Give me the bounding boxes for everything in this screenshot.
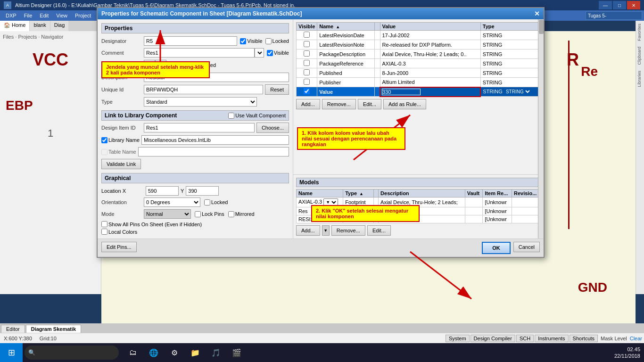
row-visible-2[interactable] bbox=[304, 41, 310, 47]
taskbar-icon-3[interactable]: ⚙ bbox=[166, 344, 183, 361]
right-toolbar: Tugas 5- bbox=[586, 11, 642, 20]
model-itemref-1: [Unknowr bbox=[483, 197, 512, 207]
right-tab-libraries[interactable]: Libraries bbox=[636, 68, 643, 90]
scrollbar-thumb[interactable] bbox=[539, 20, 544, 34]
models-edit-btn[interactable]: Edit... bbox=[367, 225, 391, 236]
comment-input[interactable] bbox=[144, 48, 255, 58]
menu-edit[interactable]: Edit bbox=[36, 12, 52, 19]
model-name-1: AXIAL-0.3 ▼ bbox=[297, 197, 343, 207]
row-visible-1[interactable] bbox=[304, 32, 310, 38]
params-add-btn[interactable]: Add... bbox=[296, 99, 320, 109]
tab-editor[interactable]: Editor bbox=[1, 325, 25, 333]
taskbar-icon-6[interactable]: 🎬 bbox=[228, 344, 245, 361]
row-name-4: PackageReference bbox=[317, 59, 374, 68]
model-type-dropdown-1[interactable]: ▼ bbox=[323, 198, 338, 206]
menu-view[interactable]: View bbox=[52, 12, 71, 19]
row-sort-4 bbox=[374, 59, 380, 68]
ok-button[interactable]: OK bbox=[482, 242, 511, 254]
graphical-locked-checkbox[interactable] bbox=[204, 199, 210, 206]
row-value-4: AXIAL-0.3 bbox=[380, 59, 480, 68]
reset-button[interactable]: Reset bbox=[265, 84, 289, 95]
taskbar-icon-5[interactable]: 🎵 bbox=[207, 344, 224, 361]
footer-spacer bbox=[140, 242, 479, 254]
models-remove-btn[interactable]: Remove... bbox=[331, 225, 365, 236]
status-shortcuts-btn[interactable]: Shortcuts bbox=[570, 335, 598, 342]
comment-row: Comment Visible bbox=[101, 48, 289, 58]
library-name-input[interactable] bbox=[141, 135, 289, 145]
type-select[interactable]: Standard bbox=[144, 97, 257, 107]
mirrored-label: Mirrored bbox=[228, 211, 255, 217]
taskbar-icon-1[interactable]: 🗂 bbox=[124, 344, 141, 361]
mirrored-checkbox[interactable] bbox=[228, 211, 234, 217]
taskbar-search[interactable]: 🔍 bbox=[25, 346, 119, 360]
design-item-input[interactable] bbox=[144, 123, 255, 132]
status-instruments-btn[interactable]: Instruments bbox=[535, 335, 568, 342]
table-name-input[interactable] bbox=[138, 147, 289, 156]
comment-visible-checkbox[interactable] bbox=[267, 50, 273, 56]
locked-checkbox[interactable] bbox=[265, 38, 272, 44]
next-part-btn[interactable]: >> bbox=[155, 60, 166, 70]
maximize-button[interactable]: □ bbox=[613, 1, 626, 9]
row-sort-3 bbox=[374, 49, 380, 59]
taskbar-icon-2[interactable]: 🌐 bbox=[145, 344, 162, 361]
row-visible-7[interactable] bbox=[304, 88, 310, 94]
location-x-input[interactable] bbox=[146, 186, 179, 196]
lock-pins-checkbox[interactable] bbox=[195, 211, 201, 217]
cancel-button[interactable]: Cancel bbox=[513, 242, 540, 252]
taskbar-icons: 🗂 🌐 ⚙ 📁 🎵 🎬 bbox=[124, 344, 245, 361]
location-y-input[interactable] bbox=[186, 186, 219, 196]
panel-content: Files · Projects · Navigator VCC EBP 1 bbox=[0, 31, 101, 141]
menu-dxp[interactable]: DXP bbox=[2, 12, 20, 19]
status-system-btn[interactable]: System bbox=[446, 335, 470, 342]
comment-dropdown[interactable] bbox=[255, 48, 264, 58]
choose-button[interactable]: Choose... bbox=[256, 123, 289, 133]
col-type: Type bbox=[480, 23, 540, 31]
link-header: Link to Library Component Use Vault Comp… bbox=[101, 110, 289, 121]
visible-checkbox[interactable] bbox=[240, 38, 246, 44]
lib-name-checkbox[interactable] bbox=[101, 137, 107, 143]
orientation-select[interactable]: 0 Degrees bbox=[144, 197, 200, 207]
status-sch-btn[interactable]: SCH bbox=[516, 335, 534, 342]
tab-home[interactable]: 🏠 Home bbox=[0, 21, 30, 31]
models-add-btn[interactable]: Add... bbox=[296, 225, 320, 236]
menu-file[interactable]: File bbox=[20, 12, 36, 19]
right-tab-clipboard[interactable]: Clipboard bbox=[636, 44, 643, 68]
menu-project[interactable]: Project bbox=[71, 12, 95, 19]
models-add-dropdown[interactable]: ▼ bbox=[322, 225, 330, 236]
description-input[interactable] bbox=[144, 73, 289, 82]
local-colors-checkbox[interactable] bbox=[101, 229, 107, 235]
tab-blank[interactable]: blank bbox=[30, 21, 50, 31]
table-row: PackageDescription Axial Device, Thru-Ho… bbox=[297, 49, 541, 59]
tab-diag[interactable]: Diag bbox=[50, 21, 69, 31]
close-button[interactable]: ✕ bbox=[627, 1, 640, 9]
params-edit-btn[interactable]: Edit... bbox=[358, 99, 381, 109]
params-add-rule-btn[interactable]: Add as Rule... bbox=[383, 99, 426, 109]
row-visible-6[interactable] bbox=[304, 79, 310, 85]
mode-select[interactable]: Normal bbox=[144, 209, 191, 219]
show-pins-checkbox[interactable] bbox=[101, 221, 107, 227]
row-visible-5[interactable] bbox=[304, 69, 310, 75]
right-tab-favorites[interactable]: Favorites bbox=[636, 21, 643, 44]
start-button[interactable]: ⊞ bbox=[0, 343, 23, 362]
part-locked-checkbox[interactable] bbox=[192, 62, 198, 68]
params-remove-btn[interactable]: Remove... bbox=[322, 99, 356, 109]
location-x-label: Location X bbox=[101, 188, 144, 194]
prev-part-btn[interactable]: < bbox=[144, 60, 155, 70]
type-dropdown-7[interactable]: STRING bbox=[504, 89, 531, 95]
row-visible-4[interactable] bbox=[304, 60, 310, 66]
value-input[interactable] bbox=[382, 89, 420, 95]
status-design-btn[interactable]: Design Compiler bbox=[471, 335, 515, 342]
scrollbar[interactable] bbox=[538, 19, 544, 239]
taskbar-icon-4[interactable]: 📁 bbox=[187, 344, 204, 361]
status-clear[interactable]: Clear bbox=[630, 336, 642, 341]
edit-pins-button[interactable]: Edit Pins... bbox=[101, 242, 137, 252]
toolbar-dropdown[interactable]: Tugas 5- bbox=[586, 11, 642, 20]
designator-input[interactable] bbox=[144, 36, 237, 46]
unique-id-input[interactable] bbox=[144, 85, 263, 94]
tab-diagram[interactable]: Diagram Skematik bbox=[26, 325, 81, 333]
validate-button[interactable]: Validate Link bbox=[101, 159, 141, 169]
dialog-close-button[interactable]: ✕ bbox=[534, 10, 540, 17]
minimize-button[interactable]: — bbox=[599, 1, 612, 9]
use-vault-checkbox[interactable] bbox=[228, 113, 234, 119]
row-visible-3[interactable] bbox=[304, 50, 310, 57]
